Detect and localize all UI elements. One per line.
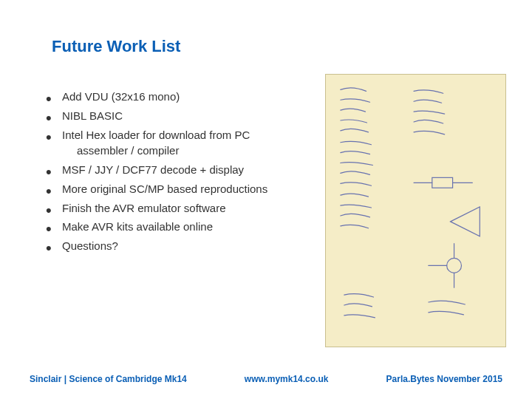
bullet-text: More original SC/MP based reproductions [62,183,267,195]
list-item: Add VDU (32x16 mono) [44,89,310,105]
footer-center: www.mymk14.co.uk [245,374,329,384]
bullet-list: Add VDU (32x16 mono) NIBL BASIC Intel He… [44,89,310,235]
list-item: More original SC/MP based reproductions [44,181,310,197]
question-list: Questions? [44,238,310,254]
list-item: Finish the AVR emulator software [44,200,310,216]
list-item: MSF / JJY / DCF77 decode + display [44,162,310,178]
list-item: Intel Hex loader for download from PC as… [44,127,310,160]
handwritten-notes-image [325,74,506,347]
list-item: NIBL BASIC [44,108,310,124]
list-item: Make AVR kits available online [44,219,310,235]
footer-right: Parla.Bytes November 2015 [386,374,502,384]
bullet-subtext: assembler / compiler [62,143,310,159]
page-title: Future Work List [52,37,180,56]
bullet-text: NIBL BASIC [62,109,123,122]
footer-left: Sinclair | Science of Cambridge Mk14 [30,374,187,384]
question-text: Questions? [62,239,118,252]
bullet-text: Add VDU (32x16 mono) [62,90,180,103]
sketch-icon [326,75,505,347]
bullet-text: Finish the AVR emulator software [62,202,225,214]
bullet-text: Intel Hex loader for download from PC [62,129,250,141]
bullet-text: Make AVR kits available online [62,220,213,233]
list-item: Questions? [44,238,310,254]
svg-rect-0 [326,75,505,347]
content-area: Add VDU (32x16 mono) NIBL BASIC Intel He… [44,89,310,257]
footer: Sinclair | Science of Cambridge Mk14 www… [0,374,532,384]
slide: Future Work List Add VDU (32x16 mono) NI… [0,0,532,399]
bullet-text: MSF / JJY / DCF77 decode + display [62,163,244,176]
